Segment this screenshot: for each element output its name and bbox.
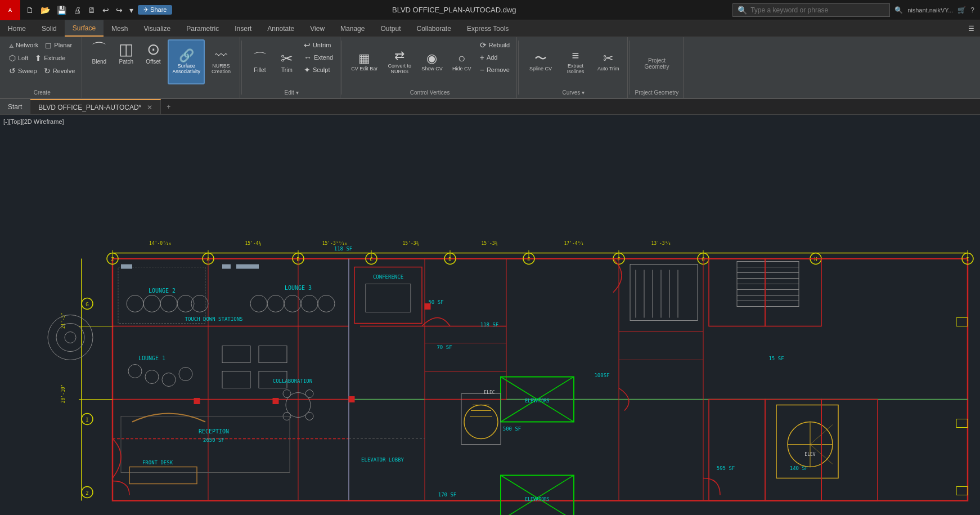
svg-text:2650 SF: 2650 SF bbox=[203, 437, 224, 443]
nurbs-creation-button[interactable]: 〰 NURBS Creation bbox=[207, 39, 235, 84]
spline-cv-button[interactable]: 〜 Spline CV bbox=[524, 39, 557, 84]
sweep-icon: ↺ bbox=[9, 66, 16, 75]
cad-drawing[interactable]: Z A B C D E F G H I G I 2 14'-0⁷⁄₁₆ 15'-… bbox=[0, 115, 980, 515]
network-button[interactable]: ⟁ Network bbox=[7, 39, 41, 51]
search-box[interactable]: 🔍 bbox=[732, 3, 890, 17]
new-tab-button[interactable]: + bbox=[161, 101, 176, 113]
revolve-button[interactable]: ↻ Revolve bbox=[42, 65, 78, 77]
extrude-button[interactable]: ⬆ Extrude bbox=[33, 52, 68, 64]
plot-preview-button[interactable]: 🖥 bbox=[86, 5, 98, 16]
tab-express-tools[interactable]: Express Tools bbox=[459, 20, 516, 37]
tab-insert[interactable]: Insert bbox=[227, 20, 259, 37]
svg-text:C: C bbox=[370, 257, 372, 262]
svg-text:FRONT DESK: FRONT DESK bbox=[142, 460, 173, 465]
tab-home[interactable]: Home bbox=[0, 20, 34, 37]
redo-button[interactable]: ↪ bbox=[114, 5, 125, 16]
document-title: BLVD OFFICE_PLAN-AUTOCAD.dwg bbox=[176, 6, 732, 14]
patch-button[interactable]: ◫ Patch bbox=[114, 39, 138, 67]
convert-nurbs-button[interactable]: ⇄ Convert to NURBS bbox=[383, 39, 416, 84]
document-tab[interactable]: BLVD OFFICE_PLAN-AUTOCAD* ✕ bbox=[30, 99, 161, 114]
hide-cv-button[interactable]: ○ Hide CV bbox=[448, 39, 475, 84]
offset-icon: ⊙ bbox=[147, 42, 160, 57]
show-cv-button[interactable]: ◉ Show CV bbox=[418, 39, 446, 84]
svg-text:COLLABORATION: COLLABORATION bbox=[273, 378, 312, 384]
untrim-button[interactable]: ↩ Untrim bbox=[302, 39, 335, 51]
search-icon-right[interactable]: 🔍 bbox=[894, 6, 903, 14]
share-button[interactable]: ✈ shareShare bbox=[138, 5, 172, 15]
surface-associativity-button[interactable]: 🔗 Surface Associativity bbox=[168, 39, 205, 84]
tab-parametric[interactable]: Parametric bbox=[178, 20, 227, 37]
user-account[interactable]: nishant.naikVY... bbox=[907, 7, 953, 14]
sweep-button[interactable]: ↺ Sweep bbox=[7, 65, 39, 77]
add-icon: + bbox=[480, 53, 484, 62]
undo-button[interactable]: ↩ bbox=[100, 5, 111, 16]
svg-rect-0 bbox=[0, 118, 980, 512]
svg-text:CONFERENCE: CONFERENCE bbox=[373, 274, 403, 280]
tab-mesh[interactable]: Mesh bbox=[104, 20, 136, 37]
ribbon-panel: ⟁ Network ◻ Planar ⬡ Loft ⬆ Extrude bbox=[0, 37, 980, 99]
svg-text:G: G bbox=[86, 302, 88, 307]
project-geometry-label: Project Geometry bbox=[635, 87, 679, 96]
tab-surface[interactable]: Surface bbox=[65, 20, 104, 37]
svg-text:I: I bbox=[966, 257, 969, 262]
loft-button[interactable]: ⬡ Loft bbox=[7, 52, 30, 64]
extend-button[interactable]: ↔ Extend bbox=[302, 52, 335, 63]
save-button[interactable]: 💾 bbox=[55, 5, 69, 16]
qat-dropdown-button[interactable]: ▾ bbox=[127, 5, 136, 16]
tab-visualize[interactable]: Visualize bbox=[136, 20, 178, 37]
svg-rect-117 bbox=[194, 398, 200, 404]
search-icon: 🔍 bbox=[738, 6, 747, 15]
tab-view[interactable]: View bbox=[302, 20, 332, 37]
svg-text:D: D bbox=[448, 257, 451, 262]
revolve-icon: ↻ bbox=[44, 66, 51, 75]
svg-rect-120 bbox=[349, 397, 354, 402]
sculpt-button[interactable]: ✦ Sculpt bbox=[302, 64, 335, 75]
auto-trim-button[interactable]: ✂ Auto Trim bbox=[594, 39, 623, 84]
network-icon: ⟁ bbox=[9, 41, 14, 50]
blend-group: ⌒ Blend ◫ Patch ⊙ Offset 🔗 Surface Assoc… bbox=[82, 37, 240, 98]
remove-cv-button[interactable]: − Remove bbox=[478, 64, 512, 75]
svg-text:70 SF: 70 SF bbox=[437, 344, 452, 350]
right-toolbar: 🔍 nishant.naikVY... 🛒 ? bbox=[894, 6, 980, 14]
trim-button[interactable]: ✂ Trim bbox=[275, 39, 299, 84]
tab-annotate[interactable]: Annotate bbox=[259, 20, 302, 37]
offset-button[interactable]: ⊙ Offset bbox=[141, 39, 165, 67]
svg-text:15'-3¾: 15'-3¾ bbox=[403, 241, 419, 246]
sep1 bbox=[241, 41, 242, 95]
create-group-label: Create bbox=[34, 87, 51, 96]
tab-collaborate[interactable]: Collaborate bbox=[409, 20, 459, 37]
ribbon-menu-icon[interactable]: ☰ bbox=[963, 23, 980, 35]
extract-isolines-button[interactable]: ≡ Extract Isolines bbox=[559, 39, 592, 84]
tab-solid[interactable]: Solid bbox=[34, 20, 65, 37]
blend-icon: ⌒ bbox=[91, 42, 107, 57]
tab-close-button[interactable]: ✕ bbox=[147, 104, 152, 111]
svg-text:118 SF: 118 SF bbox=[334, 246, 353, 252]
project-geometry-group: ProjectGeometry Project Geometry bbox=[631, 37, 684, 98]
cart-icon[interactable]: 🛒 bbox=[957, 6, 966, 14]
open-file-button[interactable]: 📂 bbox=[38, 5, 52, 16]
print-button[interactable]: 🖨 bbox=[71, 5, 83, 16]
blend-button[interactable]: ⌒ Blend bbox=[87, 39, 111, 67]
fillet-button[interactable]: ⌒ Fillet bbox=[248, 39, 272, 84]
svg-text:170 SF: 170 SF bbox=[438, 492, 457, 498]
search-input[interactable] bbox=[750, 6, 863, 14]
svg-rect-150 bbox=[121, 265, 132, 269]
svg-text:100SF: 100SF bbox=[594, 373, 609, 378]
patch-icon: ◫ bbox=[119, 42, 133, 57]
help-icon[interactable]: ? bbox=[970, 6, 974, 14]
remove-icon: − bbox=[480, 65, 484, 74]
svg-text:ELEVATOR LOBBY: ELEVATOR LOBBY bbox=[361, 457, 404, 463]
tab-output[interactable]: Output bbox=[372, 20, 408, 37]
svg-text:500 SF: 500 SF bbox=[503, 426, 522, 432]
cv-edit-bar-button[interactable]: ▦ CV Edit Bar bbox=[348, 39, 381, 84]
start-tab[interactable]: Start bbox=[0, 99, 30, 114]
rebuild-button[interactable]: ⟳ Rebuild bbox=[478, 39, 512, 51]
svg-rect-151 bbox=[222, 265, 231, 269]
new-file-button[interactable]: 🗋 bbox=[24, 5, 36, 16]
cv-small-buttons: ⟳ Rebuild + Add − Remove bbox=[478, 39, 512, 75]
svg-text:595 SF: 595 SF bbox=[717, 465, 735, 471]
tab-manage[interactable]: Manage bbox=[332, 20, 372, 37]
planar-button[interactable]: ◻ Planar bbox=[43, 39, 74, 51]
cad-viewport[interactable]: [-][Top][2D Wireframe] Z A B C bbox=[0, 115, 980, 515]
add-cv-button[interactable]: + Add bbox=[478, 52, 512, 63]
